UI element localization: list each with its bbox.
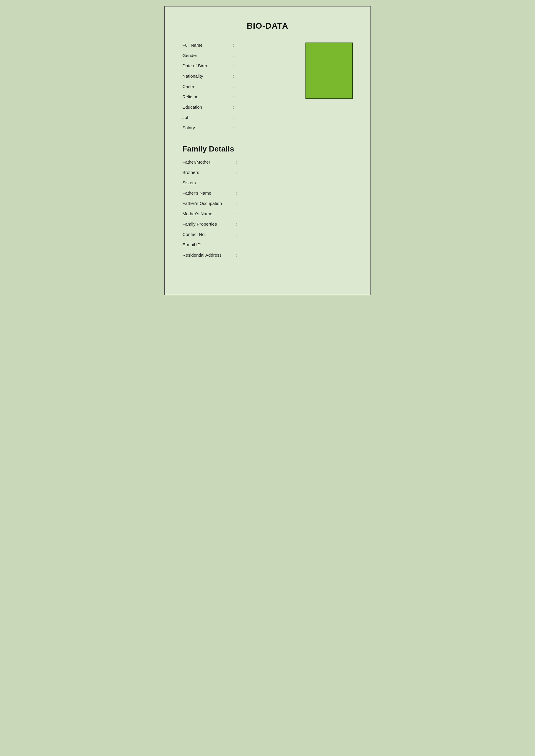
field-colon: :	[233, 53, 234, 58]
personal-field-row: Education:	[183, 104, 299, 110]
field-label: Gender	[183, 53, 233, 58]
personal-field-row: Caste:	[183, 84, 299, 89]
family-field-row: E-mail ID:	[183, 242, 353, 247]
personal-field-row: Religion:	[183, 94, 299, 99]
top-section: Full Name:Gender:Date of Birth:Nationali…	[183, 42, 353, 136]
bio-data-page: BIO-DATA Full Name:Gender:Date of Birth:…	[164, 6, 371, 295]
family-field-row: Contact No.:	[183, 232, 353, 237]
field-colon: :	[233, 125, 234, 130]
family-field-row: Mother's Name:	[183, 211, 353, 216]
field-label: E-mail ID	[183, 242, 236, 247]
personal-field-row: Nationality:	[183, 73, 299, 79]
field-colon: :	[236, 242, 237, 247]
field-colon: :	[236, 159, 237, 165]
family-field-row: Father's Name:	[183, 190, 353, 196]
field-colon: :	[233, 104, 234, 110]
field-label: Residential Address	[183, 253, 236, 257]
personal-field-row: Salary:	[183, 125, 299, 130]
page-title: BIO-DATA	[183, 21, 353, 31]
family-field-row: Sisters:	[183, 180, 353, 185]
field-colon: :	[233, 94, 234, 99]
field-label: Full Name	[183, 42, 233, 47]
field-colon: :	[236, 180, 237, 185]
field-label: Mother's Name	[183, 211, 236, 216]
family-field-row: Residential Address:	[183, 253, 353, 257]
field-colon: :	[233, 115, 234, 120]
field-label: Sisters	[183, 180, 236, 185]
personal-fields-section: Full Name:Gender:Date of Birth:Nationali…	[183, 42, 299, 136]
field-colon: :	[236, 190, 237, 196]
field-colon: :	[236, 253, 237, 257]
field-label: Father's Occupation	[183, 201, 236, 206]
photo-box	[305, 42, 353, 99]
field-label: Education	[183, 104, 233, 110]
personal-field-row: Gender:	[183, 53, 299, 58]
field-colon: :	[236, 211, 237, 216]
field-label: Religion	[183, 94, 233, 99]
field-colon: :	[236, 201, 237, 206]
family-field-row: Brothers:	[183, 170, 353, 175]
field-label: Brothers	[183, 170, 236, 175]
field-label: Caste	[183, 84, 233, 89]
field-label: Family Properties	[183, 222, 236, 227]
personal-field-row: Date of Birth:	[183, 63, 299, 68]
field-label: Contact No.	[183, 232, 236, 237]
field-colon: :	[236, 222, 237, 227]
field-label: Job	[183, 115, 233, 120]
personal-field-row: Full Name:	[183, 42, 299, 47]
family-section-title: Family Details	[183, 145, 353, 153]
field-colon: :	[236, 170, 237, 175]
field-label: Salary	[183, 125, 233, 130]
field-label: Father/Mother	[183, 159, 236, 165]
family-field-row: Father/Mother:	[183, 159, 353, 165]
field-colon: :	[233, 84, 234, 89]
family-section: Family Details Father/Mother:Brothers:Si…	[183, 145, 353, 257]
field-label: Father's Name	[183, 190, 236, 196]
field-label: Date of Birth	[183, 63, 233, 68]
field-colon: :	[233, 73, 234, 79]
field-colon: :	[236, 232, 237, 237]
family-field-row: Family Properties:	[183, 222, 353, 227]
family-field-row: Father's Occupation:	[183, 201, 353, 206]
field-label: Nationality	[183, 73, 233, 79]
field-colon: :	[233, 42, 234, 47]
field-colon: :	[233, 63, 234, 68]
personal-field-row: Job:	[183, 115, 299, 120]
